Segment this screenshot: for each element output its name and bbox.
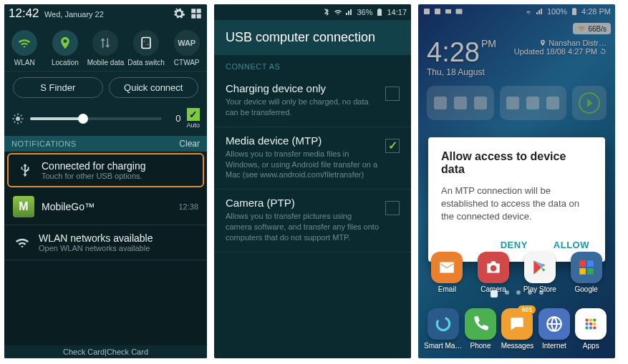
settings-icon[interactable] [173, 7, 185, 20]
battery-icon [375, 8, 384, 16]
svg-point-29 [586, 323, 589, 325]
checkmark-icon [187, 108, 200, 121]
bluetooth-icon [322, 8, 331, 16]
section-header: CONNECT AS [214, 55, 411, 75]
msg-icon: 601 [501, 308, 533, 340]
svg-point-28 [594, 318, 596, 321]
globe-icon [538, 308, 570, 340]
notification-item[interactable]: Connected for chargingTouch for other US… [7, 153, 204, 187]
svg-rect-21 [587, 260, 594, 267]
mtp-dialog: Allow access to device data An MTP conne… [428, 137, 605, 262]
svg-line-11 [21, 121, 22, 122]
svg-line-13 [21, 114, 22, 116]
app-internet[interactable]: Internet [536, 308, 572, 350]
brightness-value: 0 [168, 113, 180, 124]
wifi-icon [334, 8, 342, 16]
status-time: 14:17 [387, 8, 407, 16]
quick-connect-button[interactable]: Quick connect [109, 77, 199, 98]
svg-rect-3 [197, 14, 201, 19]
app-play-store[interactable]: Play Store [519, 252, 561, 293]
status-time: 12:42 [9, 6, 39, 20]
notification-item[interactable]: MMobileGo™12:38 [4, 189, 207, 225]
toggle-ctwap[interactable]: WAPCTWAP [168, 30, 206, 67]
svg-line-10 [14, 114, 16, 116]
signal-icon [345, 8, 354, 16]
app-icon: M [13, 196, 34, 217]
toggle-data-switch[interactable]: Data switch [127, 30, 165, 67]
notifications-header: NOTIFICATIONS Clear [4, 136, 207, 152]
s-finder-button[interactable]: S Finder [13, 77, 103, 98]
page-title: USB computer connection [214, 20, 411, 55]
svg-rect-22 [579, 268, 586, 275]
wifi-icon [13, 233, 32, 252]
brightness-auto[interactable]: Auto [186, 108, 200, 129]
screen-usb-settings: 36% 14:17 USB computer connection CONNEC… [214, 4, 411, 358]
google-icon [571, 252, 602, 283]
checkbox[interactable] [385, 201, 400, 215]
battery-percent: 36% [357, 8, 372, 16]
play-icon [524, 252, 556, 283]
brightness-icon [11, 112, 24, 125]
camera-icon [478, 252, 509, 283]
toggle-wlan[interactable]: WLAN [5, 30, 44, 67]
footer-text: Check Card|Check Card [4, 345, 207, 358]
svg-point-5 [16, 117, 20, 121]
status-bar: 12:42 Wed, January 22 [4, 4, 207, 23]
svg-rect-2 [191, 14, 195, 19]
app-google[interactable]: Google [566, 252, 607, 293]
svg-point-24 [437, 318, 449, 330]
mail-icon [431, 252, 463, 283]
svg-rect-1 [197, 9, 201, 13]
checkbox[interactable] [385, 87, 400, 101]
status-date: Wed, January 22 [44, 10, 104, 19]
app-row-1: EmailCameraPlay StoreGoogle [418, 252, 615, 293]
svg-point-26 [586, 318, 589, 321]
dialog-body: An MTP connection will be established to… [441, 185, 592, 224]
screen-notification-panel: 12:42 Wed, January 22 WLANLocationMobile… [4, 4, 207, 358]
svg-point-27 [589, 318, 592, 321]
usb-option[interactable]: Camera (PTP)Allows you to transfer pictu… [214, 190, 411, 252]
svg-point-30 [589, 323, 592, 325]
dialog-title: Allow access to device data [441, 150, 592, 176]
svg-rect-20 [579, 260, 586, 267]
quick-buttons-row: S Finder Quick connect [4, 72, 207, 104]
status-bar: 36% 14:17 [214, 4, 411, 20]
usb-icon [16, 161, 34, 179]
app-apps[interactable]: Apps [573, 308, 609, 350]
checkbox[interactable] [385, 139, 400, 153]
clear-button[interactable]: Clear [179, 139, 200, 149]
app-phone[interactable]: Phone [462, 308, 498, 350]
toggle-location[interactable]: Location [46, 30, 84, 67]
phone-icon [465, 308, 496, 340]
svg-point-34 [594, 326, 596, 329]
app-email[interactable]: Email [426, 252, 468, 293]
brightness-slider[interactable] [30, 117, 162, 120]
svg-rect-4 [142, 38, 150, 49]
brightness-row: 0 Auto [4, 104, 207, 136]
tiles-icon[interactable] [190, 7, 203, 20]
svg-point-31 [594, 323, 596, 325]
svg-point-33 [589, 326, 592, 329]
badge: 601 [518, 305, 536, 314]
svg-line-12 [14, 121, 16, 122]
svg-point-32 [586, 326, 589, 329]
notification-item[interactable]: WLAN networks availableOpen WLAN network… [4, 225, 207, 260]
quick-toggles: WLANLocationMobile dataData switchWAPCTW… [4, 23, 207, 72]
app-camera[interactable]: Camera [473, 252, 514, 293]
usb-option[interactable]: Media device (MTP)Allows you to transfer… [214, 127, 411, 190]
smart-icon [427, 308, 459, 340]
usb-option[interactable]: Charging device onlyYour device will onl… [214, 75, 411, 127]
toggle-mobile-data[interactable]: Mobile data [86, 30, 125, 67]
svg-rect-23 [587, 268, 594, 275]
app-smart-ma-[interactable]: Smart Ma… [424, 308, 462, 350]
page-indicator[interactable] [418, 290, 615, 297]
grid-icon [575, 308, 607, 340]
svg-rect-14 [377, 9, 382, 16]
app-dock: Smart Ma…Phone601MessagesInternetApps [418, 308, 615, 350]
notifications-title: NOTIFICATIONS [11, 139, 77, 148]
app-messages[interactable]: 601Messages [499, 308, 536, 350]
screen-home-dialog: 100% 4:28 PM 66B/s 4:28PM Thu, 18 August… [418, 4, 615, 358]
svg-rect-15 [379, 9, 381, 9]
svg-rect-0 [191, 9, 195, 13]
